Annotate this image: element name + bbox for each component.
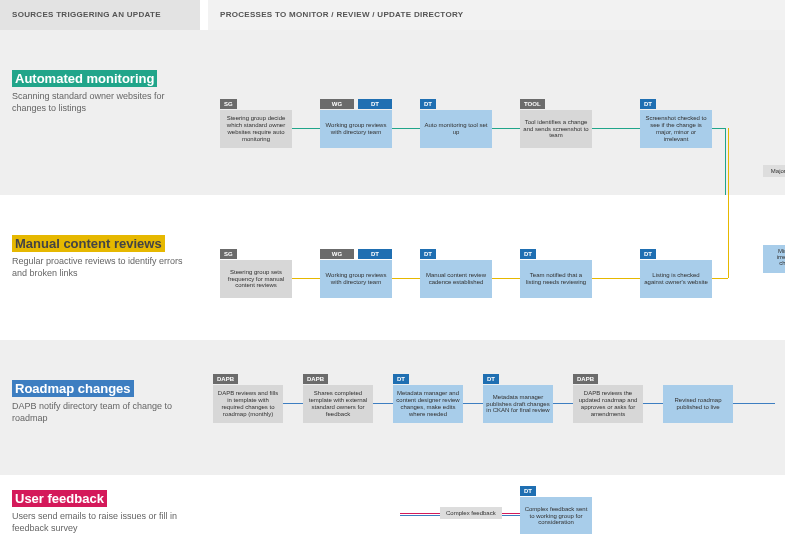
node-feedback-sent: DT Complex feedback sent to working grou… [520, 497, 592, 534]
section-manual: Manual content reviews Regular proactive… [0, 195, 785, 340]
lane-feedback: Complex feedback DT Complex feedback sen… [200, 475, 785, 534]
node-auto-sg: SG Steering group decide which standard … [220, 110, 292, 148]
section-automated-info: Automated monitoring Scanning standard o… [0, 30, 200, 195]
node-feedback-complex: Complex feedback [440, 507, 502, 519]
header-sources: SOURCES TRIGGERING AN UPDATE [0, 0, 200, 30]
node-text: DAPB reviews and fills in template with … [216, 390, 280, 418]
node-roadmap-publish: Revised roadmap published to live [663, 385, 733, 423]
tag-dapb: DAPB [303, 374, 328, 384]
node-text: Revised roadmap published to live [666, 397, 730, 411]
node-manual-sg: SG Steering group sets frequency for man… [220, 260, 292, 298]
tag-dt: DT [483, 374, 499, 384]
desc-roadmap: DAPB notify directory team of change to … [12, 401, 188, 424]
tag-tool: TOOL [520, 99, 545, 109]
node-text: Complex feedback sent to working group f… [523, 506, 589, 527]
desc-feedback: Users send emails to raise issues or fil… [12, 511, 188, 534]
node-text: Shares completed template with external … [306, 390, 370, 418]
node-text: Metadata manager publishes draft changes… [486, 394, 550, 415]
header-processes: PROCESSES TO MONITOR / REVIEW / UPDATE D… [208, 0, 785, 30]
node-text: Screenshot checked to see if the change … [643, 115, 709, 143]
tag-dt: DT [640, 99, 656, 109]
node-manual-wg: WG DT Working group reviews with directo… [320, 260, 392, 298]
tag-dt: DT [358, 249, 392, 259]
title-automated: Automated monitoring [12, 70, 157, 87]
lane-manual: SG Steering group sets frequency for man… [200, 195, 785, 340]
tag-dt: DT [358, 99, 392, 109]
title-roadmap: Roadmap changes [12, 380, 134, 397]
tag-wg: WG [320, 249, 354, 259]
tag-dapb: DAPB [573, 374, 598, 384]
node-text: Metadata manager and content designer re… [396, 390, 460, 418]
node-auto-tool: TOOL Tool identifies a change and sends … [520, 110, 592, 148]
tag-dapb: DAPB [213, 374, 238, 384]
tag-dt: DT [393, 374, 409, 384]
section-automated: Automated monitoring Scanning standard o… [0, 30, 785, 195]
section-feedback: User feedback Users send emails to raise… [0, 475, 785, 534]
node-text: Team notified that a listing needs revie… [523, 272, 589, 286]
node-manual-check: DT Listing is checked against owner's we… [640, 260, 712, 298]
node-roadmap-dapb2: DAPB Shares completed template with exte… [303, 385, 373, 423]
tag-dt: DT [640, 249, 656, 259]
tag-sg: SG [220, 249, 237, 259]
node-roadmap-dt2: DT Metadata manager publishes draft chan… [483, 385, 553, 423]
title-manual: Manual content reviews [12, 235, 165, 252]
lane-roadmap: DAPB DAPB reviews and fills in template … [200, 340, 785, 475]
node-manual-cadence: DT Manual content review cadence establi… [420, 260, 492, 298]
node-text: Steering group sets frequency for manual… [223, 269, 289, 290]
node-roadmap-dapb1: DAPB DAPB reviews and fills in template … [213, 385, 283, 423]
node-roadmap-dt1: DT Metadata manager and content designer… [393, 385, 463, 423]
node-manual-notify: DT Team notified that a listing needs re… [520, 260, 592, 298]
tag-dt: DT [520, 249, 536, 259]
node-text: Listing is checked against owner's websi… [643, 272, 709, 286]
node-auto-setup: DT Auto monitoring tool set up [420, 110, 492, 148]
branch-major: Major change [763, 165, 785, 177]
desc-manual: Regular proactive reviews to identify er… [12, 256, 188, 279]
tag-dt: DT [420, 249, 436, 259]
section-feedback-info: User feedback Users send emails to raise… [0, 475, 200, 534]
tag-wg: WG [320, 99, 354, 109]
desc-automated: Scanning standard owner websites for cha… [12, 91, 188, 114]
node-auto-screenshot: DT Screenshot checked to see if the chan… [640, 110, 712, 148]
connector-manual-up [728, 195, 729, 278]
node-text: Steering group decide which standard own… [223, 115, 289, 143]
tag-sg: SG [220, 99, 237, 109]
lane-automated: SG Steering group decide which standard … [200, 30, 785, 195]
node-roadmap-dapb3: DAPB DAPB reviews the updated roadmap an… [573, 385, 643, 423]
title-feedback: User feedback [12, 490, 107, 507]
node-text: DAPB reviews the updated roadmap and app… [576, 390, 640, 418]
node-auto-wg: WG DT Working group reviews with directo… [320, 110, 392, 148]
tag-dt: DT [420, 99, 436, 109]
connector-auto-down [725, 128, 726, 195]
header-row: SOURCES TRIGGERING AN UPDATE PROCESSES T… [0, 0, 785, 30]
branch-minor: Minor or irrelevant change [763, 245, 785, 273]
node-text: Working group reviews with directory tea… [323, 122, 389, 136]
section-roadmap-info: Roadmap changes DAPB notify directory te… [0, 340, 200, 475]
node-text: Tool identifies a change and sends scree… [523, 119, 589, 140]
section-roadmap: Roadmap changes DAPB notify directory te… [0, 340, 785, 475]
node-text: Manual content review cadence establishe… [423, 272, 489, 286]
node-text: Working group reviews with directory tea… [323, 272, 389, 286]
section-manual-info: Manual content reviews Regular proactive… [0, 195, 200, 340]
tag-dt: DT [520, 486, 536, 496]
node-text: Auto monitoring tool set up [423, 122, 489, 136]
